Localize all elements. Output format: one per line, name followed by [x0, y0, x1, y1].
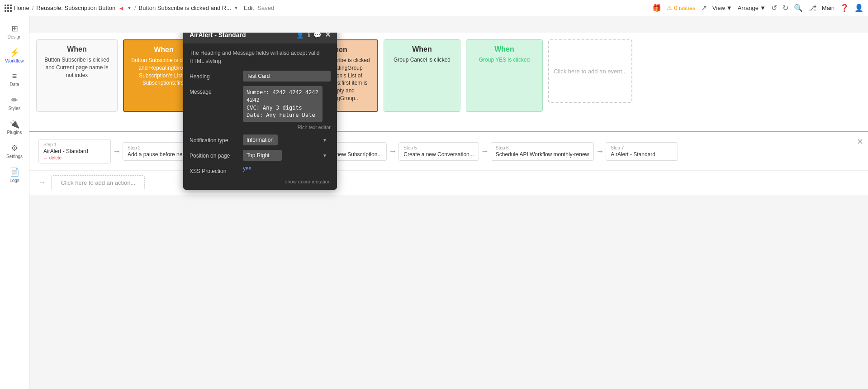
topbar-left: Home / Reusable: Subscription Button ◄ ▼… [5, 5, 238, 12]
home-label: Home [14, 5, 29, 11]
popup-position-row: Position on page Top Right Top Left Bott… [190, 150, 331, 161]
popup-xss-row: XSS Protection yes [190, 165, 331, 174]
view-label: View [712, 5, 725, 11]
cursor-icon[interactable]: ↗ [701, 4, 707, 12]
user-avatar-icon[interactable]: 👤 [854, 4, 863, 12]
arrange-button[interactable]: Arrange ▼ [738, 5, 766, 11]
event-card-1-text: Button Subscribe is clicked and Current … [42, 56, 112, 79]
step-arrow-4: → [389, 147, 397, 156]
add-action-row: → Click here to add an action... [29, 171, 868, 195]
event-card-5-text: Group Cancel is clicked [394, 56, 451, 64]
popup-message-row: Message Number: 4242 4242 4242 4242 CVC:… [190, 86, 331, 130]
popup-message-label: Message [190, 86, 239, 130]
popup-message-textarea[interactable]: Number: 4242 4242 4242 4242 CVC: Any 3 d… [243, 86, 323, 122]
close-steps-icon[interactable]: ✕ [857, 137, 863, 147]
saved-label: Saved [257, 5, 274, 11]
breadcrumb-event[interactable]: Button Subscribe is clicked and R... [139, 5, 232, 11]
issues-button[interactable]: ⚠ 0 issues [667, 5, 696, 11]
event-dropdown-icon[interactable]: ▼ [234, 5, 238, 10]
popup-description: The Heading and Message fields will also… [190, 49, 331, 65]
breadcrumb-reusable[interactable]: Reusable: Subscription Button [36, 5, 115, 11]
sidebar-item-plugins[interactable]: 🔌 Plugins [0, 115, 29, 139]
add-event-label: Click here to add an event... [554, 68, 627, 75]
search-icon[interactable]: 🔍 [794, 4, 803, 12]
delete-arrow-icon: ← [43, 155, 49, 160]
sidebar-item-design[interactable]: ⊞ Design [0, 20, 29, 43]
arrange-chevron-icon: ▼ [760, 5, 766, 11]
breadcrumb-dropdown-icon[interactable]: ▼ [127, 5, 132, 10]
event-card-5[interactable]: When Group Cancel is clicked [384, 39, 460, 112]
popup-show-documentation[interactable]: show documentation [190, 179, 331, 184]
step-6-name: Schedule API Workflow monthly-renew [496, 151, 589, 158]
add-action-arrow-icon: → [38, 178, 46, 186]
view-button[interactable]: View ▼ [712, 5, 732, 11]
logs-icon: 📄 [9, 167, 19, 177]
sidebar-item-label-plugins: Plugins [7, 130, 22, 135]
popup-chat-icon[interactable]: 💬 [313, 33, 321, 38]
event-card-1[interactable]: When Button Subscribe is clicked and Cur… [36, 39, 118, 112]
popup-close-button[interactable]: ✕ [325, 33, 331, 39]
popup-position-select-wrapper: Top Right Top Left Bottom Right Bottom L… [243, 150, 331, 161]
sidebar-item-label-design: Design [7, 34, 21, 39]
popup-xss-value[interactable]: yes [243, 165, 251, 172]
popup-notification-type-select[interactable]: Information Success Warning Error [243, 134, 278, 145]
data-icon: ≡ [12, 72, 17, 81]
popup-heading-input[interactable] [243, 71, 331, 82]
popup-header-icons: 👤 ℹ 💬 ✕ [296, 33, 331, 39]
add-event-card[interactable]: Click here to add an event... [548, 39, 632, 103]
popup-heading-label: Heading [190, 71, 239, 80]
plugins-icon: 🔌 [9, 119, 19, 129]
issues-triangle-icon: ⚠ [667, 5, 672, 11]
popup-rich-text-label[interactable]: Rich text editor [243, 125, 331, 130]
home-button[interactable]: Home [5, 5, 29, 12]
step-1-box[interactable]: Step 1 AirAlert - Standard ← delete [38, 139, 111, 163]
topbar-right: 🎁 ⚠ 0 issues ↗ View ▼ Arrange ▼ ↺ ↻ 🔍 ⎇ … [652, 4, 863, 12]
step-5-box[interactable]: Step 5 Create a new Conversation... [398, 142, 479, 161]
content-below-events: Step 1 AirAlert - Standard ← delete → St… [29, 132, 868, 195]
settings-icon: ⚙ [11, 143, 18, 153]
event-card-5-when: When [412, 45, 432, 53]
gift-icon[interactable]: 🎁 [652, 4, 661, 12]
event-card-6[interactable]: When Group YES is clicked [466, 39, 543, 112]
event-card-6-text: Group YES is clicked [479, 56, 530, 64]
step-1-delete[interactable]: ← delete [43, 155, 106, 160]
popup-notification-type-row: Notification type Information Success Wa… [190, 134, 331, 145]
help-icon[interactable]: ❓ [840, 4, 849, 12]
sidebar-item-styles[interactable]: ✏ Styles [0, 91, 29, 115]
steps-area: Step 1 AirAlert - Standard ← delete → St… [29, 132, 868, 171]
step-5-name: Create a new Conversation... [403, 151, 474, 158]
popup-heading-row: Heading [190, 71, 331, 82]
step-arrow-1: → [113, 147, 121, 156]
popup-body: The Heading and Message fields will also… [183, 43, 337, 190]
step-5-label: Step 5 [403, 145, 474, 150]
sidebar-item-settings[interactable]: ⚙ Settings [0, 139, 29, 163]
step-7-name: AirAlert - Standard [611, 151, 673, 158]
breadcrumb-sep1: / [32, 5, 34, 11]
fork-icon[interactable]: ⎇ [808, 4, 816, 12]
sidebar-item-data[interactable]: ≡ Data [0, 68, 29, 91]
edit-button[interactable]: Edit [244, 5, 254, 11]
sidebar-item-logs[interactable]: 📄 Logs [0, 163, 29, 187]
breadcrumb-sep2: / [134, 5, 136, 11]
main-content: When Button Subscribe is clicked and Cur… [29, 33, 868, 389]
popup-notification-type-label: Notification type [190, 134, 239, 144]
step-6-box[interactable]: Step 6 Schedule API Workflow monthly-ren… [491, 142, 594, 161]
topbar: Home / Reusable: Subscription Button ◄ ▼… [0, 0, 868, 16]
workflow-icon: ⚡ [9, 48, 19, 58]
undo-icon[interactable]: ↺ [771, 4, 777, 12]
popup-xss-label: XSS Protection [190, 165, 239, 174]
popup-header: AirAlert - Standard 👤 ℹ 💬 ✕ [183, 33, 337, 43]
step-1-name: AirAlert - Standard [43, 148, 106, 154]
event-card-6-when: When [494, 45, 514, 53]
popup-info-icon[interactable]: ℹ [308, 33, 310, 38]
event-card-1-when: When [67, 45, 87, 53]
popup-position-select[interactable]: Top Right Top Left Bottom Right Bottom L… [243, 150, 282, 161]
popup-notification-type-select-wrapper: Information Success Warning Error [243, 134, 331, 145]
redo-icon[interactable]: ↻ [783, 4, 788, 12]
step-arrow-6: → [596, 147, 604, 156]
sidebar-item-workflow[interactable]: ⚡ Workflow [0, 44, 29, 67]
step-7-box[interactable]: Step 7 AirAlert - Standard [606, 142, 678, 161]
sidebar-item-label-settings: Settings [6, 154, 23, 159]
popup-user-icon[interactable]: 👤 [296, 33, 304, 38]
add-action-button[interactable]: Click here to add an action... [51, 175, 145, 190]
